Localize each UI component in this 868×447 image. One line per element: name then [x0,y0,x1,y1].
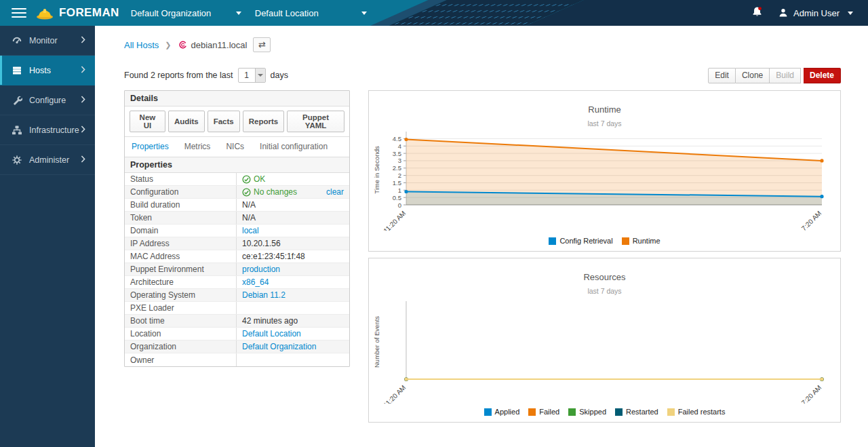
value-link[interactable]: production [242,265,280,274]
reports-button[interactable]: Reports [243,111,284,132]
value-link[interactable]: local [242,226,259,235]
runtime-chart-legend: Config RetrievalRuntime [369,237,840,245]
facts-button[interactable]: Facts [208,111,240,132]
report-toolbar: Found 2 reports from the last 1 days Edi… [124,67,841,83]
value-link[interactable]: Default Location [242,329,301,338]
details-panel: Details New UIAuditsFactsReportsPuppet Y… [124,90,350,367]
table-row: Operating SystemDebian 11.2 [125,289,349,302]
legend-swatch [615,408,623,416]
property-value: production [237,263,349,275]
hardhat-logo-icon [36,7,54,20]
sidebar-item-infrastructure[interactable]: Infrastructure [0,115,95,145]
check-circle-icon [242,175,251,184]
sidebar-item-label: Configure [29,96,66,105]
legend-item-applied[interactable]: Applied [484,408,520,416]
legend-item-runtime[interactable]: Runtime [622,237,660,245]
svg-text:1: 1 [398,187,401,194]
user-name: Admin User [793,8,840,18]
location-dropdown[interactable]: Default Location [255,8,367,18]
properties-table: StatusOKConfigurationNo changesclearBuil… [125,173,349,366]
legend-item-failed-restarts[interactable]: Failed restarts [667,408,726,416]
host-switcher-button[interactable]: ⇄ [253,37,271,52]
legend-item-skipped[interactable]: Skipped [568,408,606,416]
clear-link[interactable]: clear [326,187,344,197]
property-value: 10.20.1.56 [237,237,349,250]
legend-swatch [622,237,629,245]
organization-dropdown-label: Default Organization [131,8,212,18]
hostname-text: debian11.local [191,40,248,50]
foreman-brand[interactable]: FOREMAN [36,6,119,20]
sidebar-item-label: Administer [29,155,69,165]
tab-nics[interactable]: NICs [226,142,244,151]
notifications-bell-icon[interactable] [751,6,763,20]
check-circle-icon [242,188,251,197]
organization-dropdown[interactable]: Default Organization [131,8,241,18]
legend-item-config-retrieval[interactable]: Config Retrieval [549,237,612,245]
value-link[interactable]: Debian 11.2 [242,290,285,300]
property-value: No changesclear [237,186,349,198]
report-count-text: Found 2 reports from the last [124,71,233,80]
legend-swatch [568,408,576,416]
property-value [237,307,349,309]
property-label: PXE Loader [125,302,237,314]
puppet-yaml-button[interactable]: Puppet YAML [287,111,344,132]
chevron-right-icon [81,96,86,105]
sidebar-item-monitor[interactable]: Monitor [0,26,95,56]
edit-button[interactable]: Edit [708,68,736,83]
user-menu[interactable]: Admin User [778,7,853,18]
property-label: IP Address [125,237,237,250]
table-row: PXE Loader [125,302,349,315]
property-label: Owner [125,353,237,366]
property-value: N/A [237,199,349,211]
sidebar-item-label: Monitor [29,36,58,45]
table-row: IP Address10.20.1.56 [125,237,349,250]
value-link[interactable]: x86_64 [242,277,269,287]
property-label: Location [125,328,237,340]
days-select[interactable]: 1 [238,68,266,83]
sidebar-item-configure[interactable]: Configure [0,85,95,115]
properties-table-title: Properties [125,157,349,173]
table-row: ConfigurationNo changesclear [125,186,349,199]
svg-text:1.5: 1.5 [393,179,401,187]
breadcrumb-separator: ❯ [165,41,171,50]
chevron-right-icon [81,125,86,135]
legend-item-restarted[interactable]: Restarted [615,408,658,416]
property-label: Configuration [125,186,237,198]
breadcrumb-all-hosts-link[interactable]: All Hosts [124,40,159,50]
property-value: ce:e1:23:45:1f:48 [237,250,349,263]
property-value: x86_64 [237,276,349,288]
property-label: Domain [125,225,237,237]
legend-item-failed[interactable]: Failed [528,408,559,416]
sidebar-item-administer[interactable]: Administer [0,145,95,175]
sidebar-item-hosts[interactable]: Hosts [0,56,95,85]
value-text: N/A [242,200,256,210]
chevron-down-icon [255,69,265,82]
chart-subtitle: last 7 days [369,119,840,128]
tab-initial-configuration[interactable]: Initial configuration [260,142,328,151]
chevron-right-icon [81,155,86,165]
chevron-right-icon [81,36,86,45]
property-label: MAC Address [125,250,237,263]
wrench-icon [12,95,22,106]
svg-text:11/25, 11:20 AM: 11/25, 11:20 AM [369,384,407,404]
property-value: 42 minutes ago [237,315,349,327]
hamburger-menu-icon[interactable] [12,5,26,20]
legend-label: Skipped [579,408,606,416]
resources-chart: 11/25, 11:20 AM12/16, 7:20 AMNumber of E… [369,296,840,404]
value-link[interactable]: Default Organization [242,342,316,351]
details-panel-title: Details [125,91,349,106]
tab-properties[interactable]: Properties [132,142,169,151]
svg-text:2: 2 [398,172,401,179]
host-action-buttons: Edit Clone Build Delete [708,68,841,83]
clone-button[interactable]: Clone [736,68,770,83]
table-row: OrganizationDefault Organization [125,341,349,353]
new-ui-button[interactable]: New UI [130,111,165,132]
audits-button[interactable]: Audits [168,111,205,132]
svg-text:3: 3 [398,157,401,164]
table-row: Domainlocal [125,225,349,237]
property-label: Build duration [125,199,237,211]
runtime-chart-panel: Runtime last 7 days 00.511.522.533.544.5… [368,90,841,252]
tab-metrics[interactable]: Metrics [184,142,211,151]
property-label: Puppet Environment [125,263,237,275]
delete-button[interactable]: Delete [804,68,841,83]
